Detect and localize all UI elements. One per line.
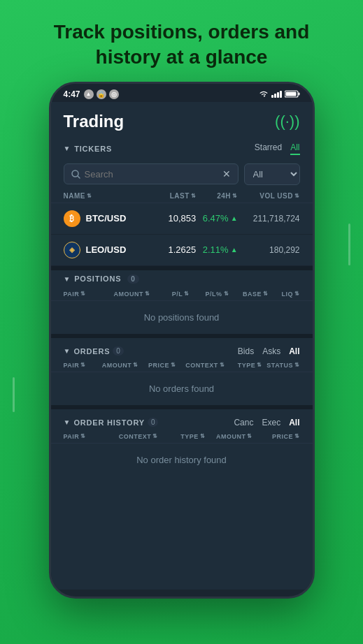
order-history-count: 0 [148, 418, 159, 427]
th-orders-pair[interactable]: PAIR ⇅ [64, 362, 101, 369]
sort-icon-vol: ⇅ [294, 193, 300, 199]
sort-icon-liq: ⇅ [294, 291, 300, 297]
sort-icon-orders-type: ⇅ [257, 362, 262, 368]
phone-frame: 4:47 ▲ 🔒 ◎ [49, 82, 315, 599]
th-orders-amount[interactable]: AMOUNT ⇅ [101, 362, 138, 369]
order-history-chevron: ▼ [64, 418, 71, 426]
search-icon [71, 170, 80, 179]
orders-column-headers: PAIR ⇅ AMOUNT ⇅ PRICE ⇅ CONTEXT ⇅ TYPE [51, 359, 313, 372]
th-name[interactable]: NAME ⇅ [64, 192, 147, 200]
leo-change: 2.11% ▲ [196, 244, 237, 255]
th-liq[interactable]: LIQ ⇅ [268, 291, 299, 298]
filter-all[interactable]: All [290, 142, 299, 155]
divider-3 [51, 405, 313, 409]
orders-count: 0 [113, 346, 124, 356]
th-oh-type[interactable]: TYPE ⇅ [158, 433, 206, 440]
th-oh-context[interactable]: CONTEXT ⇅ [111, 433, 158, 440]
th-orders-price[interactable]: PRICE ⇅ [138, 362, 176, 369]
sort-icon-oh-amount: ⇅ [247, 433, 252, 439]
btc-icon: ₿ [64, 210, 80, 227]
deco-line-left [13, 377, 15, 412]
search-input-wrap: ✕ [64, 163, 239, 184]
orders-section: ▼ ORDERS 0 Bids Asks All PAIR ⇅ [51, 341, 313, 405]
sort-icon-24h: ⇅ [232, 193, 238, 199]
order-history-title: ORDER HISTORY [73, 418, 144, 427]
filter-asks[interactable]: Asks [262, 346, 280, 356]
sort-icon-pl: ⇅ [184, 291, 190, 297]
tickers-title: ▼ TICKERS [64, 145, 113, 153]
th-plpct[interactable]: P/L% ⇅ [190, 291, 229, 298]
orders-filter-actions: Bids Asks All [238, 346, 300, 356]
btc-name: ₿ BTC/USD [64, 210, 147, 227]
th-last[interactable]: LAST ⇅ [146, 192, 196, 200]
leo-up-arrow: ▲ [231, 246, 238, 254]
leo-vol: 180,292 [238, 245, 300, 255]
order-history-title-wrap: ▼ ORDER HISTORY 0 [64, 418, 159, 427]
btc-change: 6.47% ▲ [196, 213, 237, 224]
sort-icon-oh-type: ⇅ [200, 433, 206, 439]
search-input[interactable] [85, 169, 222, 180]
arrow-circle-icon: ▲ [84, 89, 94, 99]
th-orders-type[interactable]: TYPE ⇅ [225, 362, 262, 369]
ticker-row-leo[interactable]: ◈ LEO/USD 1.2625 2.11% ▲ 180,292 [51, 235, 313, 266]
no-positions-message: No positions found [51, 301, 313, 334]
btc-last: 10,853 [146, 213, 196, 224]
location-icon: ◎ [109, 89, 119, 99]
antenna-icon: ((·)) [275, 112, 299, 131]
positions-section-header: ▼ POSITIONS 0 [51, 270, 313, 288]
btc-up-arrow: ▲ [231, 214, 238, 222]
sort-icon-orders-pair: ⇅ [80, 362, 86, 368]
leo-last: 1.2625 [146, 244, 196, 255]
status-left: 4:47 ▲ 🔒 ◎ [64, 89, 119, 99]
positions-chevron: ▼ [64, 275, 71, 283]
sort-icon-name: ⇅ [87, 193, 92, 199]
trading-title: Trading [64, 112, 124, 131]
battery-icon [285, 90, 300, 98]
trading-header: Trading ((·)) [51, 102, 313, 138]
ticker-row-btc[interactable]: ₿ BTC/USD 10,853 6.47% ▲ 211,718,724 [51, 203, 313, 235]
status-icons: ▲ 🔒 ◎ [84, 89, 119, 99]
search-clear-icon[interactable]: ✕ [222, 168, 231, 180]
signal-bars-icon [271, 91, 282, 98]
no-orders-message: No orders found [51, 372, 313, 405]
svg-line-4 [78, 176, 80, 178]
positions-column-headers: PAIR ⇅ AMOUNT ⇅ P/L ⇅ P/L% ⇅ BASE ⇅ [51, 288, 313, 301]
th-orders-context[interactable]: CONTEXT ⇅ [176, 362, 225, 369]
th-orders-status[interactable]: STATUS ⇅ [262, 362, 300, 369]
filter-starred[interactable]: Starred [255, 142, 282, 155]
sort-icon-orders-status: ⇅ [294, 362, 300, 368]
deco-line-right [348, 224, 350, 265]
sort-icon-oh-pair: ⇅ [80, 433, 86, 439]
orders-chevron: ▼ [64, 347, 71, 355]
tickers-column-headers: NAME ⇅ LAST ⇅ 24H ⇅ VOL USD ⇅ [51, 189, 313, 203]
tickers-chevron: ▼ [64, 145, 71, 152]
ticker-type-select[interactable]: All BTC ETH USD [244, 163, 300, 185]
filter-exec[interactable]: Exec [262, 418, 280, 427]
th-oh-price[interactable]: PRICE ⇅ [252, 433, 300, 440]
sort-icon-plpct: ⇅ [224, 291, 229, 297]
btc-vol: 211,718,724 [238, 214, 300, 224]
th-pair[interactable]: PAIR ⇅ [64, 291, 111, 298]
sort-icon-orders-price: ⇅ [171, 362, 176, 368]
th-base[interactable]: BASE ⇅ [229, 291, 268, 298]
orders-title-wrap: ▼ ORDERS 0 [64, 346, 124, 356]
th-amount[interactable]: AMOUNT ⇅ [111, 291, 150, 298]
th-oh-pair[interactable]: PAIR ⇅ [64, 433, 111, 440]
tickers-filter-actions: Starred All [255, 142, 300, 155]
th-oh-amount[interactable]: AMOUNT ⇅ [205, 433, 252, 440]
app-headline: Track positions, orders and history at a… [0, 0, 363, 82]
th-pl[interactable]: P/L ⇅ [150, 291, 189, 298]
sort-icon-last: ⇅ [191, 193, 197, 199]
phone-content[interactable]: Trading ((·)) ▼ TICKERS Starred All ✕ [51, 102, 313, 590]
filter-canc[interactable]: Canc [234, 418, 253, 427]
sort-icon-base: ⇅ [263, 291, 269, 297]
th-24h[interactable]: 24H ⇅ [196, 192, 237, 200]
filter-oh-all[interactable]: All [289, 418, 299, 427]
filter-bids[interactable]: Bids [238, 346, 254, 356]
search-row: ✕ All BTC ETH USD [51, 159, 313, 189]
filter-orders-all[interactable]: All [289, 346, 299, 356]
sort-icon-oh-context: ⇅ [152, 433, 158, 439]
positions-section: ▼ POSITIONS 0 PAIR ⇅ AMOUNT ⇅ P/L ⇅ [51, 270, 313, 334]
th-vol[interactable]: VOL USD ⇅ [238, 192, 300, 200]
status-bar: 4:47 ▲ 🔒 ◎ [51, 84, 313, 102]
